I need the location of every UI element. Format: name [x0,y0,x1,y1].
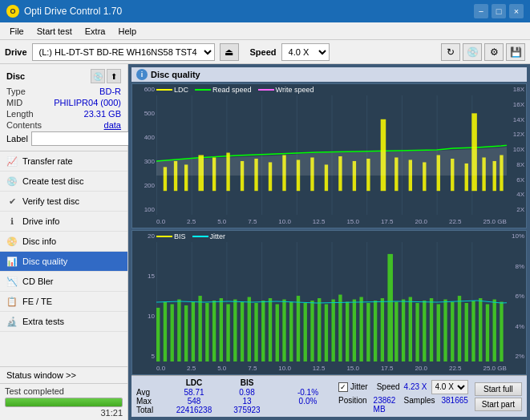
cd-bler-icon: 📉 [6,276,18,287]
minimize-button[interactable]: − [474,4,488,18]
stats-col-empty [136,378,165,387]
y-label-100: 100 [134,206,155,213]
extra-tests-label: Extra tests [22,317,64,326]
sidebar-item-drive-info[interactable]: ℹ Drive info [0,212,127,232]
title-bar: O Opti Drive Control 1.70 − □ × [0,0,530,22]
settings-icon-btn[interactable]: ⚙ [484,43,504,61]
jitter-checkbox[interactable]: ✓ [338,382,348,392]
menu-start-test[interactable]: Start test [30,25,79,38]
position-label: Position [338,396,367,414]
svg-rect-69 [437,304,440,361]
samples-value: 381665 [441,396,467,414]
stats-avg-row: Avg 58.71 0.98 -0.1% [136,388,332,397]
sidebar-item-transfer-rate[interactable]: 📈 Transfer rate [0,151,127,172]
bis-chart-plot [156,242,507,361]
disc-label-input[interactable] [31,131,138,146]
start-full-button[interactable]: Start full [475,382,522,396]
y2-right-10pct: 10% [508,232,524,240]
start-part-button[interactable]: Start part [475,398,522,411]
y-right-14x: 14X [508,116,524,123]
sidebar-item-create-test-disc[interactable]: 💿 Create test disc [0,172,127,192]
stats-max-row: Max 548 13 0.0% [136,397,332,406]
disc-panel: Disc 💿 ⬆ Type BD-R MID PHILIPR04 (000) L… [0,64,127,151]
svg-rect-56 [346,302,349,362]
stats-avg-label: Avg [136,388,165,397]
x2-5: 5.0 [217,365,226,372]
disc-quality-title: Disc quality [151,70,200,79]
menu-extra[interactable]: Extra [79,25,112,38]
stats-col-bis: BIS [223,378,271,387]
completed-text: Test completed [5,386,123,396]
svg-rect-62 [387,254,393,361]
transfer-rate-label: Transfer rate [22,156,73,166]
stats-max-label: Max [136,397,165,406]
sidebar-item-disc-quality[interactable]: 📊 Disc quality [0,252,127,272]
close-button[interactable]: × [509,4,524,18]
status-window-button[interactable]: Status window >> [0,367,127,384]
sidebar-item-extra-tests[interactable]: 🔬 Extra tests [0,312,127,332]
disc-icon-1[interactable]: 💿 [91,69,105,83]
svg-rect-67 [423,301,426,361]
refresh-button[interactable]: ↻ [441,43,460,61]
sidebar-item-verify-test-disc[interactable]: ✔ Verify test disc [0,192,127,212]
app-icon: O [6,5,19,18]
sidebar-item-cd-bler[interactable]: 📉 CD Bler [0,272,127,292]
svg-rect-31 [170,304,173,361]
fe-te-icon: 📋 [6,296,18,307]
sidebar-item-fe-te[interactable]: 📋 FE / TE [0,292,127,312]
stats-avg-jitter: -0.1% [284,388,332,397]
samples-label: Samples [404,396,435,414]
svg-rect-37 [212,301,216,361]
eject-button[interactable]: ⏏ [220,43,239,61]
menu-help[interactable]: Help [111,25,143,38]
speed-label-stats: Speed [377,382,400,391]
bis-chart: BIS Jitter 20 15 10 5 10% [131,230,527,375]
bis-chart-legend: BIS Jitter [156,232,225,240]
y-right-8x: 8X [508,161,524,168]
jitter-legend-item: Jitter [192,232,226,240]
read-speed-legend-label: Read speed [212,86,252,94]
bis-y-axis-right: 10% 8% 6% 4% 2% [507,231,526,361]
disc-contents-value[interactable]: data [104,120,121,130]
y2-label-10: 10 [134,313,155,320]
x2-20: 20.0 [415,365,427,372]
svg-rect-54 [332,300,335,361]
menu-bar: File Start test Extra Help [0,22,530,40]
svg-rect-49 [297,296,300,361]
y-label-300: 300 [134,158,155,165]
speed-select[interactable]: 4.0 X 8.0 X [281,43,330,61]
stats-total-ldc: 22416238 [165,406,223,414]
save-icon-btn[interactable]: 💾 [506,43,525,61]
create-test-disc-label: Create test disc [22,176,83,186]
speed-select-stats[interactable]: 4.0 X 8.0 X [431,380,468,394]
drive-select[interactable]: (L:) HL-DT-ST BD-RE WH16NS58 TST4 [32,43,215,61]
svg-rect-32 [177,300,180,361]
svg-rect-48 [289,302,293,362]
maximize-button[interactable]: □ [492,4,506,18]
disc-icon-btn[interactable]: 💿 [463,43,482,61]
ldc-y-axis-right: 18X 16X 14X 12X 10X 8X 6X 4X 2X [507,84,526,215]
stats-table: LDC BIS Avg 58.71 0.98 -0.1% Max 548 13 [136,378,332,414]
x-17-5: 17.5 [381,218,394,225]
svg-rect-29 [156,308,160,361]
menu-file[interactable]: File [3,25,30,38]
verify-test-disc-label: Verify test disc [22,196,79,206]
svg-rect-64 [402,300,405,361]
svg-rect-72 [458,296,461,361]
x2-15: 15.0 [346,365,359,372]
disc-info-icon: 📀 [6,236,18,247]
speed-label: Speed [250,47,277,57]
app-title: Opti Drive Control 1.70 [24,6,122,17]
svg-rect-39 [226,304,229,361]
disc-contents-row: Contents data [6,120,121,130]
stats-area: LDC BIS Avg 58.71 0.98 -0.1% Max 548 13 [131,375,527,417]
content-area: i Disc quality LDC Read speed [128,64,530,420]
ldc-legend-item: LDC [156,86,188,94]
x-12-5: 12.5 [313,218,326,225]
fe-te-label: FE / TE [22,297,52,306]
disc-icon-2[interactable]: ⬆ [107,69,121,83]
y2-label-20: 20 [134,232,155,240]
speed-value-stats: 4.23 X [404,382,427,391]
sidebar-item-disc-info[interactable]: 📀 Disc info [0,232,127,252]
x-25: 25.0 GB [483,218,507,225]
